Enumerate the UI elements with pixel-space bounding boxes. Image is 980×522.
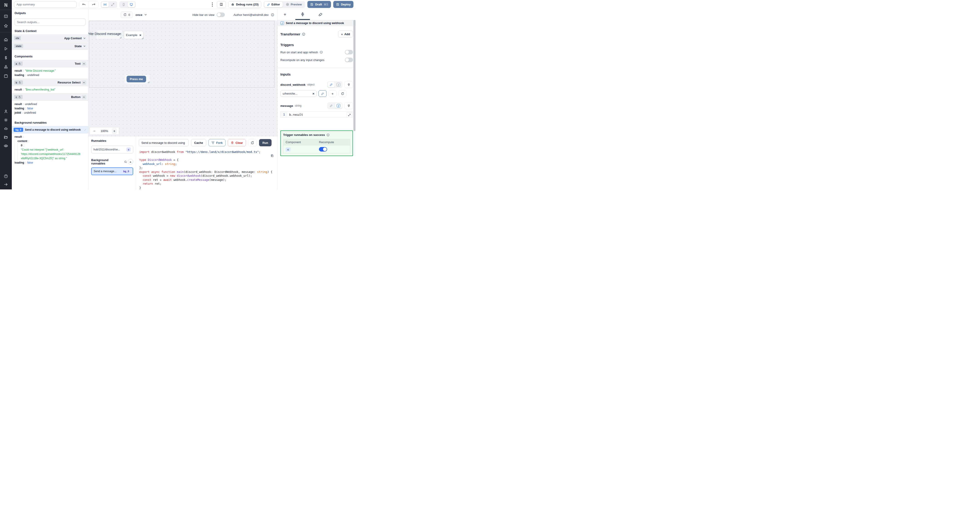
runnable-item[interactable]: hub/1511/discord/se... c bbox=[91, 146, 133, 153]
message-expression[interactable]: b.result bbox=[288, 111, 353, 118]
component-header-b[interactable]: b Resource Select bbox=[12, 79, 88, 86]
search-icon[interactable] bbox=[124, 161, 127, 163]
audit-eye-icon[interactable] bbox=[4, 143, 8, 148]
chevron-up-icon bbox=[83, 96, 85, 99]
selected-runnable-badge: bg_0 bbox=[122, 169, 130, 173]
message-expression-editor[interactable]: 1 b.result bbox=[280, 111, 353, 118]
recompute-c-toggle[interactable] bbox=[319, 147, 327, 151]
edit-pen-icon[interactable] bbox=[84, 129, 86, 131]
script-name-input[interactable] bbox=[139, 139, 189, 146]
hide-bar-toggle[interactable] bbox=[216, 13, 225, 17]
more-menu-button[interactable] bbox=[210, 2, 215, 8]
cache-button[interactable]: Cache bbox=[191, 139, 206, 146]
windmill-logo[interactable] bbox=[0, 0, 12, 10]
zoom-out-button[interactable]: − bbox=[92, 129, 97, 133]
settings-gear-icon[interactable] bbox=[4, 118, 8, 122]
component-header-a[interactable]: a Text bbox=[12, 60, 88, 67]
rail-group-nav bbox=[0, 32, 12, 83]
runnable-item-selected[interactable]: Send a message... bg_0 bbox=[91, 167, 133, 175]
resource-select-component[interactable]: Example resou... × bbox=[124, 31, 143, 39]
edit-resource-button[interactable] bbox=[318, 90, 327, 97]
plug-button[interactable] bbox=[344, 102, 353, 109]
recompute-on-change-toggle[interactable] bbox=[345, 57, 353, 62]
zoom-in-button[interactable]: + bbox=[112, 128, 117, 134]
clear-selection-icon[interactable]: × bbox=[139, 33, 141, 37]
mobile-view-button[interactable] bbox=[120, 2, 127, 7]
styling-tab[interactable] bbox=[313, 9, 328, 20]
favorites-star-icon[interactable] bbox=[4, 24, 8, 28]
fork-icon bbox=[212, 141, 215, 144]
undo-button[interactable] bbox=[79, 2, 89, 8]
docs-button[interactable] bbox=[217, 1, 226, 8]
state-row[interactable]: state State bbox=[12, 43, 88, 50]
static-mode-button[interactable] bbox=[328, 82, 335, 88]
script-editor-panel: Cache Fork Clear bbox=[136, 136, 277, 189]
workers-robot-icon[interactable] bbox=[4, 126, 8, 131]
reload-script-button[interactable] bbox=[248, 139, 257, 146]
table-row: c bbox=[283, 145, 350, 153]
fork-button[interactable]: Fork bbox=[208, 139, 226, 146]
refresh-resource-button[interactable] bbox=[339, 90, 347, 97]
code-editor[interactable]: import discordwebhook from "https://deno… bbox=[136, 148, 277, 189]
connect-mode-button[interactable]: f bbox=[335, 103, 342, 108]
resize-handle[interactable] bbox=[120, 37, 121, 38]
preview-tab[interactable]: Preview bbox=[283, 2, 304, 7]
refresh-count-button[interactable]: 0 bbox=[121, 11, 133, 18]
add-background-runnable-button[interactable]: + bbox=[128, 159, 133, 164]
fullscreen-layout-button[interactable] bbox=[109, 2, 116, 7]
add-transformer-button[interactable]: + Add bbox=[338, 30, 353, 37]
press-me-button[interactable]: Press me bbox=[127, 76, 146, 82]
plug-button[interactable] bbox=[344, 81, 353, 88]
run-on-start-toggle[interactable] bbox=[345, 50, 353, 54]
runs-play-icon[interactable] bbox=[4, 46, 8, 51]
output-key: result bbox=[14, 135, 22, 138]
debug-runs-button[interactable]: Debug runs (23) bbox=[228, 1, 261, 8]
ctx-row[interactable]: ctx App Context bbox=[12, 35, 88, 42]
search-outputs-input[interactable] bbox=[14, 18, 86, 25]
app-summary-input[interactable] bbox=[14, 2, 77, 8]
app-canvas[interactable]: Write Discord message: Example resou... … bbox=[89, 21, 277, 136]
background-runnables-title: Background runnables bbox=[14, 121, 86, 124]
resize-handle[interactable] bbox=[142, 37, 143, 39]
collapse-arrow-icon[interactable] bbox=[4, 182, 8, 187]
recompute-column-header: Recompute bbox=[317, 139, 350, 145]
schedule-dropdown[interactable]: once bbox=[135, 13, 147, 17]
connect-mode-button[interactable]: f bbox=[335, 82, 342, 88]
clear-button[interactable]: Clear bbox=[228, 139, 246, 146]
resize-handle[interactable] bbox=[148, 81, 149, 83]
users-icon[interactable] bbox=[4, 109, 8, 114]
settings-scrollbar[interactable] bbox=[353, 20, 355, 131]
info-icon[interactable] bbox=[271, 13, 274, 17]
desktop-view-button[interactable] bbox=[128, 2, 135, 7]
text-component[interactable]: Write Discord message: bbox=[96, 30, 122, 39]
clear-resource-icon[interactable]: × bbox=[312, 92, 314, 95]
insert-component-tab[interactable]: + bbox=[278, 9, 292, 20]
draft-button[interactable]: Draft ⌘S bbox=[307, 1, 331, 8]
static-mode-button[interactable] bbox=[328, 103, 335, 108]
resource-value-select[interactable]: u/henri/te... × bbox=[280, 90, 317, 97]
component-settings-tab[interactable] bbox=[295, 9, 310, 20]
run-button[interactable]: Run bbox=[259, 139, 272, 146]
center-layout-button[interactable] bbox=[102, 2, 109, 7]
help-icon[interactable] bbox=[4, 174, 8, 178]
home-icon[interactable] bbox=[4, 37, 8, 42]
redo-button[interactable] bbox=[89, 2, 98, 8]
copy-code-icon[interactable] bbox=[270, 154, 274, 158]
add-resource-button[interactable]: + bbox=[328, 90, 337, 97]
component-a-id: a bbox=[16, 62, 17, 65]
hide-bar-label: Hide bar on view bbox=[192, 13, 215, 17]
folders-icon[interactable] bbox=[4, 135, 8, 140]
expand-editor-button[interactable] bbox=[347, 112, 352, 118]
resources-cubes-icon[interactable] bbox=[4, 65, 8, 69]
schedules-calendar-icon[interactable] bbox=[4, 74, 8, 78]
deploy-button[interactable]: Deploy bbox=[333, 1, 353, 8]
variables-dollar-icon[interactable] bbox=[4, 56, 8, 60]
settings-tabs: + bbox=[278, 9, 356, 20]
editor-tab[interactable]: Editor bbox=[264, 2, 283, 7]
bg0-output-header[interactable]: bg_0 Send a message to discord using web… bbox=[12, 126, 88, 134]
component-header-c[interactable]: c Button bbox=[12, 93, 88, 101]
apps-icon[interactable] bbox=[4, 14, 8, 19]
author-label: Author henri@windmill.dev bbox=[234, 13, 269, 17]
output-key: result bbox=[14, 103, 22, 106]
input-mode-toggle: f bbox=[327, 81, 342, 88]
